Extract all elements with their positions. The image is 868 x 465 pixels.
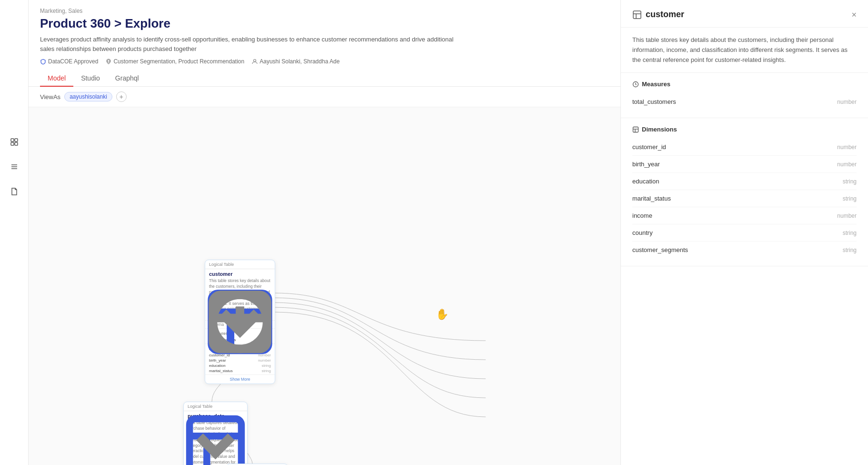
purchase-card-title-row: purchase_data: [184, 411, 247, 420]
field-income: income number: [632, 207, 857, 224]
page-title: Product 360 > Explore: [40, 16, 609, 31]
field-customer-segments: customer_segments string: [632, 242, 857, 258]
dimensions-section-label: Dimensions: [642, 126, 677, 133]
field-name-marital-status: marital_status: [632, 195, 671, 202]
purchase-card-header: Logical Table: [184, 402, 247, 411]
breadcrumb: Marketing, Sales: [40, 8, 609, 14]
right-panel: customer × This table stores key details…: [620, 0, 868, 465]
svg-rect-25: [633, 127, 639, 132]
show-more-button[interactable]: Show More: [205, 374, 275, 384]
view-as-row: ViewAs aayushisolanki +: [29, 87, 620, 107]
card-desc: This table stores key details about the …: [205, 278, 275, 320]
card-header-customer: Logical Table: [205, 260, 275, 269]
field-type-marital-status: string: [843, 195, 857, 202]
field-type-total-customers: number: [837, 99, 857, 105]
file-icon[interactable]: [6, 183, 23, 200]
badge-label: DataCOE Approved: [48, 58, 98, 65]
purchase-card-title: purchase_data: [188, 413, 225, 419]
location-icon: [106, 59, 111, 64]
card-field-education: education string: [209, 363, 271, 368]
canvas-area[interactable]: Logical Table customer This table stores…: [29, 107, 620, 465]
title-separator: >: [111, 16, 125, 30]
view-as-label: ViewAs: [40, 93, 60, 101]
card-measures-section: Measures total_customers number: [205, 328, 275, 344]
sidebar: [0, 0, 29, 465]
authors-label: Aayushi Solanki, Shraddha Ade: [259, 58, 339, 65]
field-type-customer-segments: string: [843, 247, 857, 253]
svg-rect-2: [11, 142, 14, 145]
panel-measures-section: Measures total_customers number: [621, 73, 868, 118]
field-name-country: country: [632, 229, 653, 236]
dimensions-section-icon: [632, 126, 639, 133]
grid-icon[interactable]: [6, 133, 23, 151]
field-country: country string: [632, 224, 857, 242]
field-type-customer-id: number: [837, 144, 857, 151]
tags-item: Customer Segmentation, Product Recommend…: [106, 58, 244, 65]
card-dimensions-section: Dimensions customer_id number birth_year…: [205, 344, 275, 374]
measures-section-header: Measures: [632, 81, 857, 88]
dimensions-label: Dimensions: [209, 345, 271, 353]
svg-point-8: [254, 60, 256, 62]
card-title: customer: [209, 271, 233, 277]
tab-bar: Model Studio Graphql: [29, 71, 620, 87]
field-education: education string: [632, 173, 857, 190]
field-name-education: education: [632, 178, 659, 185]
tab-model[interactable]: Model: [40, 71, 73, 87]
svg-rect-21: [633, 11, 641, 19]
panel-dimensions-section: Dimensions customer_id number birth_year…: [621, 118, 868, 266]
add-view-button[interactable]: +: [116, 91, 127, 102]
field-type-country: string: [843, 230, 857, 236]
svg-rect-1: [15, 139, 18, 142]
card-field-birth-year: birth_year number: [209, 358, 271, 363]
card-title-row: customer: [205, 269, 275, 278]
page-description: Leverages product affinity analysis to i…: [40, 35, 469, 53]
shield-icon: [40, 59, 46, 65]
field-name-total-customers: total_customers: [632, 98, 676, 105]
panel-title: customer: [646, 10, 684, 20]
title-explore: Explore: [125, 16, 170, 30]
tab-studio[interactable]: Studio: [73, 71, 108, 87]
svg-rect-3: [15, 142, 18, 145]
panel-close-button[interactable]: ×: [851, 10, 857, 19]
title-product: Product 360: [40, 16, 111, 30]
field-customer-id: customer_id number: [632, 139, 857, 156]
card-field-total-customers: total_customers number: [209, 337, 271, 343]
field-type-birth-year: number: [837, 161, 857, 168]
tags-label: Customer Segmentation, Product Recommend…: [113, 58, 244, 65]
meta-row: DataCOE Approved Customer Segmentation, …: [40, 58, 609, 65]
field-name-birth-year: birth_year: [632, 161, 660, 168]
card-field-marital-status: marital_status string: [209, 368, 271, 374]
card-field-customer-id: customer_id number: [209, 353, 271, 358]
purchase-data-card[interactable]: Logical Table purchase_data This table c…: [183, 402, 248, 465]
measures-section-label: Measures: [642, 81, 670, 88]
purchase-card-desc: This table captures detailed purchase be…: [184, 420, 247, 465]
main-content: Marketing, Sales Product 360 > Explore L…: [29, 0, 620, 465]
panel-title-row: customer: [632, 10, 684, 20]
cursor-indicator: ✋: [436, 308, 449, 321]
field-type-income: number: [837, 212, 857, 219]
customer-card[interactable]: Logical Table customer This table stores…: [205, 260, 275, 384]
field-total-customers: total_customers number: [632, 93, 857, 110]
page-header: Marketing, Sales Product 360 > Explore L…: [29, 0, 620, 71]
tab-graphql[interactable]: Graphql: [108, 71, 147, 87]
panel-header: customer ×: [621, 0, 868, 28]
measures-section-icon: [632, 81, 639, 88]
authors-item: Aayushi Solanki, Shraddha Ade: [252, 58, 339, 65]
field-marital-status: marital_status string: [632, 190, 857, 207]
measures-label: Measures: [209, 330, 271, 337]
dimensions-section-header: Dimensions: [632, 126, 857, 133]
connection-lines: [29, 107, 620, 465]
datacoe-badge: DataCOE Approved: [40, 58, 98, 65]
panel-table-icon: [632, 10, 642, 20]
list-icon[interactable]: [6, 158, 23, 175]
panel-description: This table stores key details about the …: [621, 28, 868, 73]
svg-rect-0: [11, 139, 14, 142]
svg-point-7: [108, 60, 110, 62]
card-schema[interactable]: Schema: [205, 320, 275, 328]
field-name-customer-id: customer_id: [632, 143, 666, 151]
field-birth-year: birth_year number: [632, 156, 857, 173]
user-icon: [252, 59, 258, 64]
card-header-label: Logical Table: [209, 262, 234, 267]
view-as-chip[interactable]: aayushisolanki: [64, 92, 112, 101]
field-type-education: string: [843, 178, 857, 185]
